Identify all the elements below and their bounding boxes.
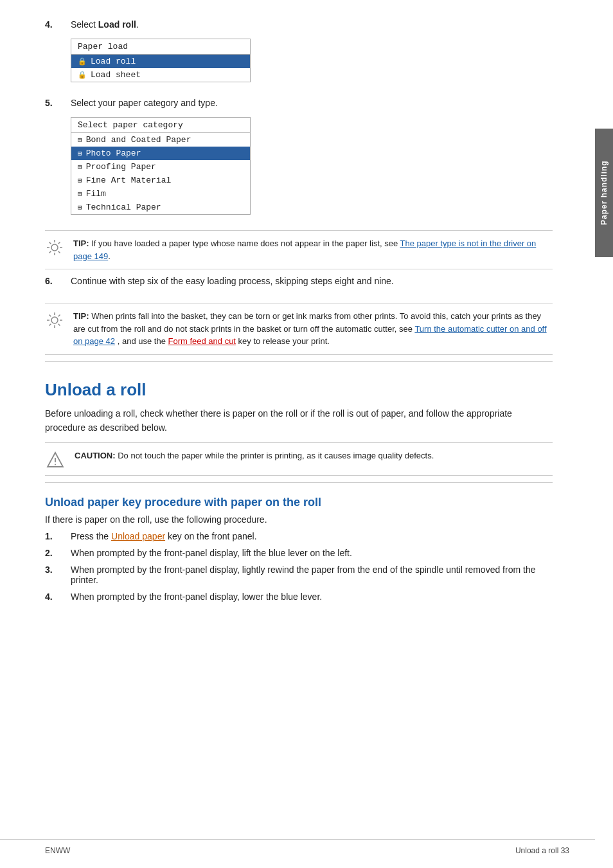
substep-3: 3. When prompted by the front-panel disp… (45, 565, 553, 585)
menu-item-load-sheet[interactable]: 🔒 Load sheet (71, 68, 250, 82)
section-intro: Before unloading a roll, check whether t… (45, 406, 553, 435)
tip-2-label: TIP: (73, 311, 89, 321)
menu-item-proofing[interactable]: ⊞ Proofing Paper (71, 160, 250, 174)
svg-line-16 (58, 315, 60, 317)
svg-point-9 (51, 317, 58, 323)
load-roll-icon: 🔒 (78, 57, 87, 66)
menu-item-film[interactable]: ⊞ Film (71, 187, 250, 201)
step-5-text: Select your paper category and type. (71, 98, 553, 108)
substep-3-number: 3. (45, 565, 71, 575)
step-6-text: Continue with step six of the easy loadi… (71, 276, 553, 286)
proofing-icon: ⊞ (78, 163, 82, 171)
tip-2-middle: , and use the (118, 336, 168, 346)
menu-item-technical[interactable]: ⊞ Technical Paper (71, 201, 250, 214)
tip-1-after: . (108, 251, 111, 261)
step-5-block: 5. Select your paper category and type. … (45, 98, 553, 219)
svg-line-7 (58, 242, 60, 244)
step-6-block: 6. Continue with step six of the easy lo… (45, 276, 553, 291)
menu-item-film-label: Film (86, 189, 106, 199)
substep-2-content: When prompted by the front-panel display… (71, 548, 553, 558)
tip-2-block: TIP: When prints fall into the basket, t… (45, 303, 553, 355)
tip-1-label: TIP: (73, 239, 89, 248)
tip-2-text: TIP: When prints fall into the basket, t… (73, 310, 553, 348)
tip-1-block: TIP: If you have loaded a paper type who… (45, 230, 553, 269)
menu-item-load-roll-label: Load roll (91, 57, 136, 66)
step-4-text: Select Load roll. (71, 19, 553, 30)
footer-left: ENWW (45, 846, 70, 855)
svg-line-8 (49, 251, 51, 253)
svg-line-15 (58, 324, 60, 326)
paper-category-menu-title: Select paper category (71, 118, 250, 133)
menu-item-bond[interactable]: ⊞ Bond and Coated Paper (71, 133, 250, 147)
substep-2-text: When prompted by the front-panel display… (71, 548, 352, 558)
step-4-text-before: Select (71, 19, 98, 30)
step-4-block: 4. Select Load roll. Paper load 🔒 Load r… (45, 19, 553, 86)
substep-1-before: Press the (71, 531, 111, 541)
svg-point-0 (51, 244, 58, 251)
bond-icon: ⊞ (78, 136, 82, 144)
caution-label: CAUTION: (75, 451, 116, 460)
substep-1-after: key on the front panel. (168, 531, 257, 541)
caution-text: CAUTION: Do not touch the paper while th… (75, 449, 434, 462)
section-heading: Unload a roll (45, 380, 553, 400)
menu-item-fineart-label: Fine Art Material (86, 176, 172, 185)
step-4-bold: Load roll (98, 19, 136, 30)
caution-icon (45, 451, 66, 469)
tip-1-text: TIP: If you have loaded a paper type who… (73, 237, 553, 262)
substep-1-link[interactable]: Unload paper (111, 531, 165, 541)
section-divider (45, 361, 553, 362)
tip-2-icon (45, 311, 64, 329)
technical-icon: ⊞ (78, 203, 82, 212)
subsection-heading: Unload paper key procedure with paper on… (45, 496, 553, 509)
step-5-content: Select your paper category and type. Sel… (71, 98, 553, 219)
tip-1-body: If you have loaded a paper type whose na… (91, 239, 400, 248)
caution-block: CAUTION: Do not touch the paper while th… (45, 442, 553, 476)
svg-point-20 (55, 464, 56, 466)
step-4-text-after: . (136, 19, 139, 30)
step-5-number: 5. (45, 98, 71, 108)
substep-2: 2. When prompted by the front-panel disp… (45, 548, 553, 558)
menu-item-photo-label: Photo Paper (86, 149, 141, 158)
substep-4-text: When prompted by the front-panel display… (71, 592, 322, 602)
menu-item-proofing-label: Proofing Paper (86, 162, 156, 172)
substep-4-content: When prompted by the front-panel display… (71, 592, 553, 602)
load-sheet-icon: 🔒 (78, 71, 87, 79)
photo-icon: ⊞ (78, 149, 82, 158)
substep-1: 1. Press the Unload paper key on the fro… (45, 531, 553, 541)
tip-2-sun-icon (46, 311, 64, 329)
paper-load-menu-title: Paper load (71, 39, 250, 55)
menu-item-load-sheet-label: Load sheet (91, 70, 141, 80)
film-icon: ⊞ (78, 190, 82, 198)
tip-2-after: key to release your print. (238, 336, 330, 346)
substep-3-content: When prompted by the front-panel display… (71, 565, 553, 585)
caution-triangle-icon (46, 451, 64, 469)
caution-body: Do not touch the paper while the printer… (118, 451, 434, 460)
subsection-intro: If there is paper on the roll, use the f… (45, 514, 553, 525)
step-6-content: Continue with step six of the easy loadi… (71, 276, 553, 291)
substep-3-text: When prompted by the front-panel display… (71, 565, 535, 585)
step-4-content: Select Load roll. Paper load 🔒 Load roll… (71, 19, 553, 86)
fineart-icon: ⊞ (78, 176, 82, 185)
substep-1-content: Press the Unload paper key on the front … (71, 531, 553, 541)
substep-4: 4. When prompted by the front-panel disp… (45, 592, 553, 602)
svg-line-5 (49, 242, 51, 244)
tip-sun-icon (46, 239, 64, 257)
step-4-number: 4. (45, 19, 71, 30)
tip-2-link2[interactable]: Form feed and cut (168, 336, 236, 346)
svg-line-17 (49, 324, 51, 326)
side-tab: Paper handling (595, 129, 613, 257)
subsection-divider (45, 482, 553, 483)
menu-item-load-roll[interactable]: 🔒 Load roll (71, 55, 250, 68)
paper-load-menu: Paper load 🔒 Load roll 🔒 Load sheet (71, 39, 251, 82)
footer-right: Unload a roll 33 (515, 846, 569, 855)
menu-item-fineart[interactable]: ⊞ Fine Art Material (71, 174, 250, 187)
menu-item-bond-label: Bond and Coated Paper (86, 135, 191, 145)
menu-item-photo[interactable]: ⊞ Photo Paper (71, 147, 250, 160)
substep-1-number: 1. (45, 531, 71, 541)
substep-4-number: 4. (45, 592, 71, 602)
substeps-list: 1. Press the Unload paper key on the fro… (45, 531, 553, 602)
svg-line-6 (58, 251, 60, 253)
substep-2-number: 2. (45, 548, 71, 558)
tip-1-icon (45, 239, 64, 257)
menu-item-technical-label: Technical Paper (86, 203, 161, 212)
